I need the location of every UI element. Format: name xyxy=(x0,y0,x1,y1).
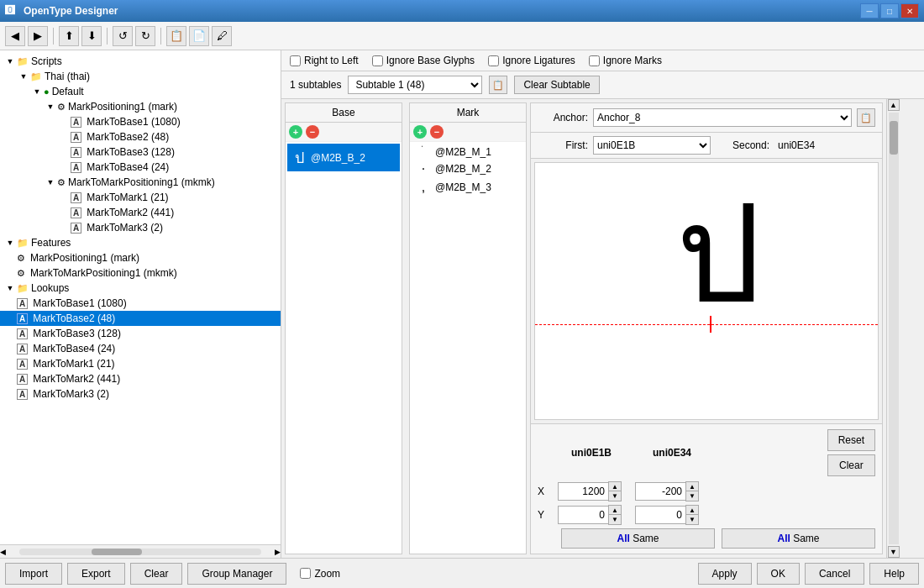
scroll-down-btn[interactable]: ▼ xyxy=(888,546,900,558)
ignore-ligatures-checkbox[interactable] xyxy=(488,55,499,66)
all-same-btn-1[interactable]: All Same xyxy=(561,528,715,549)
tree-item-mtb4[interactable]: A MarkToBase4 (24) xyxy=(0,160,281,175)
mark-add-btn[interactable]: + xyxy=(413,125,427,139)
tree-item-lk-mtm3[interactable]: A MarkToMark3 (2) xyxy=(0,386,281,402)
zoom-checkbox[interactable] xyxy=(300,568,311,579)
tree-item-markpos1[interactable]: ▼ ⚙ MarkPositioning1 (mark) xyxy=(0,99,281,114)
clear-coords-btn[interactable]: Clear xyxy=(827,454,875,476)
tree-item-mtm2[interactable]: A MarkToMark2 (441) xyxy=(0,205,281,220)
cancel-btn[interactable]: Cancel xyxy=(805,563,864,585)
first-select[interactable]: uni0E1B uni0E1C xyxy=(593,136,711,155)
ignore-marks-option[interactable]: Ignore Marks xyxy=(589,55,662,66)
scrollbar-thumb[interactable] xyxy=(92,549,142,555)
forward-btn[interactable]: ▶ xyxy=(28,26,48,46)
y2-input[interactable]: 0 xyxy=(635,506,685,524)
toggle-thai[interactable]: ▼ xyxy=(17,72,30,81)
y2-up-btn[interactable]: ▲ xyxy=(686,506,698,515)
tree-item-default[interactable]: ▼ ● Default xyxy=(0,84,281,99)
base-add-btn[interactable]: + xyxy=(289,125,302,139)
subtable-select[interactable]: Subtable 1 (48) xyxy=(348,76,482,94)
anchor-settings-btn[interactable]: 📋 xyxy=(857,108,875,127)
x1-up-btn[interactable]: ▲ xyxy=(609,482,621,491)
close-btn[interactable]: ✕ xyxy=(900,3,919,18)
toggle-features[interactable]: ▼ xyxy=(3,239,17,247)
ok-btn[interactable]: OK xyxy=(757,563,800,585)
tree-item-lk-mtm1[interactable]: A MarkToMark1 (21) xyxy=(0,356,281,371)
y1-input[interactable]: 0 xyxy=(558,506,608,524)
tree-item-mtb3[interactable]: A MarkToBase3 (128) xyxy=(0,144,281,160)
scroll-thumb[interactable] xyxy=(890,121,898,155)
mark-list-item-0[interactable]: ่ @M2B_M_1 xyxy=(412,144,524,160)
vertical-scrollbar[interactable]: ▲ ▼ xyxy=(886,99,900,558)
x1-down-btn[interactable]: ▼ xyxy=(609,491,621,501)
back-btn[interactable]: ◀ xyxy=(5,26,25,46)
refresh-btn[interactable]: ↺ xyxy=(113,26,133,46)
base-remove-btn[interactable]: − xyxy=(306,125,319,139)
tree-item-lk-mtb3[interactable]: A MarkToBase3 (128) xyxy=(0,326,281,341)
tree-item-mtm1[interactable]: A MarkToMark1 (21) xyxy=(0,190,281,205)
toggle-lookups[interactable]: ▼ xyxy=(3,284,17,292)
anchor-select[interactable]: Anchor_8 Anchor_1 Anchor_2 xyxy=(593,108,852,127)
tree-item-features[interactable]: ▼ 📁 Features xyxy=(0,235,281,250)
x2-down-btn[interactable]: ▼ xyxy=(686,491,698,501)
x2-up-btn[interactable]: ▲ xyxy=(686,482,698,491)
clear-subtable-btn[interactable]: Clear Subtable xyxy=(514,76,599,94)
separator-1 xyxy=(53,28,54,45)
tree-item-lookups[interactable]: ▼ 📁 Lookups xyxy=(0,281,281,296)
y1-up-btn[interactable]: ▲ xyxy=(609,506,621,515)
right-to-left-checkbox[interactable] xyxy=(290,55,301,66)
group-manager-btn[interactable]: Group Manager xyxy=(187,563,286,585)
tree-item-lk-mtb4[interactable]: A MarkToBase4 (24) xyxy=(0,341,281,356)
scroll-left-btn[interactable]: ◀ xyxy=(0,548,6,556)
toggle-markpos1[interactable]: ▼ xyxy=(44,102,57,111)
all-same-btn-2[interactable]: All Same xyxy=(722,528,875,549)
letter-a-icon: A xyxy=(17,344,28,354)
mark-list-item-2[interactable]: , @M2B_M_3 xyxy=(412,178,524,197)
tree-item-lk-mtm2[interactable]: A MarkToMark2 (441) xyxy=(0,371,281,386)
toggle-default[interactable]: ▼ xyxy=(30,87,44,96)
toggle-scripts[interactable]: ▼ xyxy=(3,57,17,66)
horizontal-scrollbar[interactable]: ◀ ▶ xyxy=(0,544,281,558)
tree-item-mtb2[interactable]: A MarkToBase2 (48) xyxy=(0,129,281,144)
tree-item-lk-mtb1[interactable]: A MarkToBase1 (1080) xyxy=(0,296,281,311)
import-btn[interactable]: Import xyxy=(5,563,62,585)
y1-down-btn[interactable]: ▼ xyxy=(609,515,621,524)
subtable-settings-btn[interactable]: 📋 xyxy=(489,76,507,94)
tree-item-mtm3[interactable]: A MarkToMark3 (2) xyxy=(0,220,281,235)
tree-item-mkmk1[interactable]: ▼ ⚙ MarkToMarkPositioning1 (mkmk) xyxy=(0,175,281,190)
ignore-base-checkbox[interactable] xyxy=(372,55,383,66)
scroll-up-btn[interactable]: ▲ xyxy=(888,99,900,111)
mark-remove-btn[interactable]: − xyxy=(430,125,444,139)
tree-item-feat-mkmk[interactable]: ⚙ MarkToMarkPositioning1 (mkmk) xyxy=(0,265,281,281)
tree-item-scripts[interactable]: ▼ 📁 Scripts xyxy=(0,54,281,69)
zoom-option[interactable]: Zoom xyxy=(300,568,340,580)
x1-input[interactable]: 1200 xyxy=(558,482,608,501)
right-to-left-option[interactable]: Right to Left xyxy=(290,55,359,66)
tree-item-mtb1[interactable]: A MarkToBase1 (1080) xyxy=(0,114,281,129)
toggle-mkmk1[interactable]: ▼ xyxy=(44,178,57,186)
mark-list-item-1[interactable]: · @M2B_M_2 xyxy=(412,160,524,178)
y2-down-btn[interactable]: ▼ xyxy=(686,515,698,524)
clear-bottom-btn[interactable]: Clear xyxy=(130,563,183,585)
base-list-item-0[interactable]: ป @M2B_B_2 xyxy=(287,144,400,171)
ignore-marks-checkbox[interactable] xyxy=(589,55,600,66)
up-btn[interactable]: ⬆ xyxy=(59,26,79,46)
paste-btn[interactable]: 📄 xyxy=(189,26,209,46)
apply-btn[interactable]: Apply xyxy=(698,563,752,585)
reset-btn[interactable]: Reset xyxy=(827,429,875,451)
edit-btn[interactable]: 🖊 xyxy=(212,26,232,46)
tree-item-feat-mark[interactable]: ⚙ MarkPositioning1 (mark) xyxy=(0,250,281,265)
x2-input[interactable]: -200 xyxy=(635,482,685,501)
export-btn[interactable]: Export xyxy=(67,563,125,585)
copy-btn[interactable]: 📋 xyxy=(166,26,186,46)
maximize-btn[interactable]: □ xyxy=(880,3,899,18)
tree-item-thai[interactable]: ▼ 📁 Thai (thai) xyxy=(0,69,281,84)
help-btn[interactable]: Help xyxy=(869,563,919,585)
ignore-ligatures-option[interactable]: Ignore Ligatures xyxy=(488,55,575,66)
tree-item-lk-mtb2[interactable]: A MarkToBase2 (48) xyxy=(0,311,281,326)
down-btn[interactable]: ⬇ xyxy=(81,26,102,46)
scroll-right-btn[interactable]: ▶ xyxy=(275,548,281,556)
redo-btn[interactable]: ↻ xyxy=(135,26,155,46)
minimize-btn[interactable]: ─ xyxy=(860,3,879,18)
ignore-base-option[interactable]: Ignore Base Glyphs xyxy=(372,55,475,66)
